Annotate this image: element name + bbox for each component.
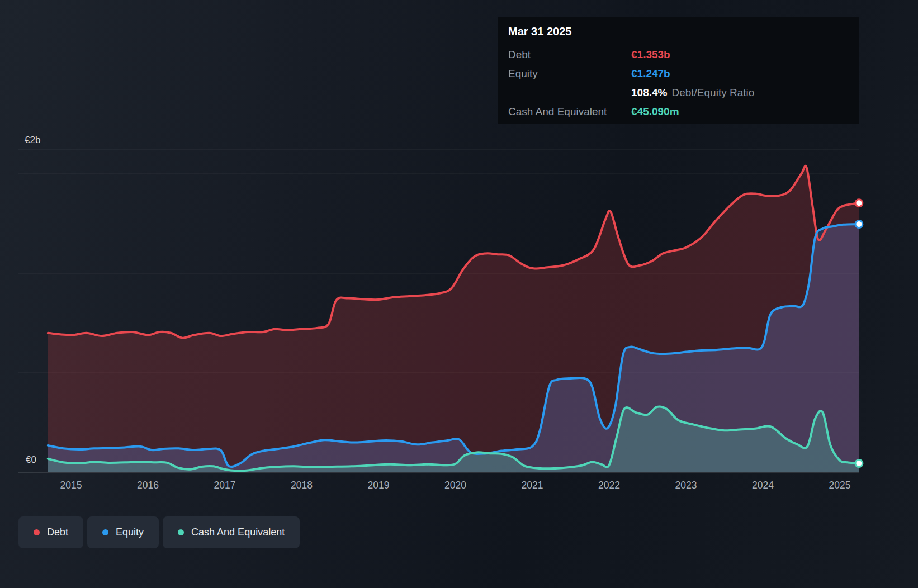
x-tick-label: 2021: [522, 480, 543, 491]
legend-item-equity[interactable]: Equity: [87, 516, 159, 548]
x-tick-label: 2024: [752, 480, 774, 491]
x-tick-label: 2023: [675, 480, 697, 491]
tooltip-row-equity: Equity €1.247b: [498, 64, 859, 83]
legend-item-debt[interactable]: Debt: [18, 516, 83, 548]
cash-series-dot-icon: [178, 529, 184, 535]
equity-end-dot: [855, 221, 863, 228]
debt-series-dot-icon: [34, 529, 40, 535]
legend-item-cash[interactable]: Cash And Equivalent: [163, 516, 300, 548]
x-tick-label: 2015: [60, 480, 82, 491]
tooltip-equity-value: €1.247b: [631, 68, 670, 80]
chart-tooltip: Mar 31 2025 Debt €1.353b Equity €1.247b …: [498, 17, 859, 124]
chart-legend: Debt Equity Cash And Equivalent: [18, 516, 300, 548]
tooltip-ratio-label: Debt/Equity Ratio: [671, 87, 754, 98]
debt-end-dot: [855, 200, 863, 207]
x-tick-label: 2020: [444, 480, 466, 491]
tooltip-ratio-value: 108.4%: [631, 87, 667, 98]
legend-equity-label: Equity: [116, 527, 144, 538]
tooltip-date: Mar 31 2025: [498, 17, 859, 45]
x-tick-label: 2019: [368, 480, 390, 491]
tooltip-cash-value: €45.090m: [631, 106, 679, 118]
x-tick-label: 2018: [291, 480, 313, 491]
legend-cash-label: Cash And Equivalent: [191, 527, 285, 538]
x-axis: 2015201620172018201920202021202220232024…: [0, 480, 918, 494]
tooltip-row-ratio: 108.4%Debt/Equity Ratio: [498, 83, 859, 102]
tooltip-row-cash: Cash And Equivalent €45.090m: [498, 102, 859, 121]
debt-equity-chart-page: €2b €0 201520162017201820192020202120222…: [0, 0, 918, 588]
tooltip-row-debt: Debt €1.353b: [498, 45, 859, 64]
x-tick-label: 2016: [137, 480, 159, 491]
y-axis-label-max: €2b: [25, 134, 40, 146]
cash-and-equivalent-end-dot: [855, 460, 863, 467]
x-tick-label: 2025: [829, 480, 851, 491]
tooltip-equity-label: Equity: [508, 68, 631, 80]
tooltip-cash-label: Cash And Equivalent: [508, 106, 631, 118]
x-tick-label: 2022: [598, 480, 620, 491]
y-axis-label-zero: €0: [26, 454, 36, 466]
x-tick-label: 2017: [214, 480, 236, 491]
tooltip-debt-label: Debt: [508, 49, 631, 61]
equity-series-dot-icon: [102, 529, 108, 535]
tooltip-debt-value: €1.353b: [631, 49, 670, 61]
legend-debt-label: Debt: [47, 527, 68, 538]
